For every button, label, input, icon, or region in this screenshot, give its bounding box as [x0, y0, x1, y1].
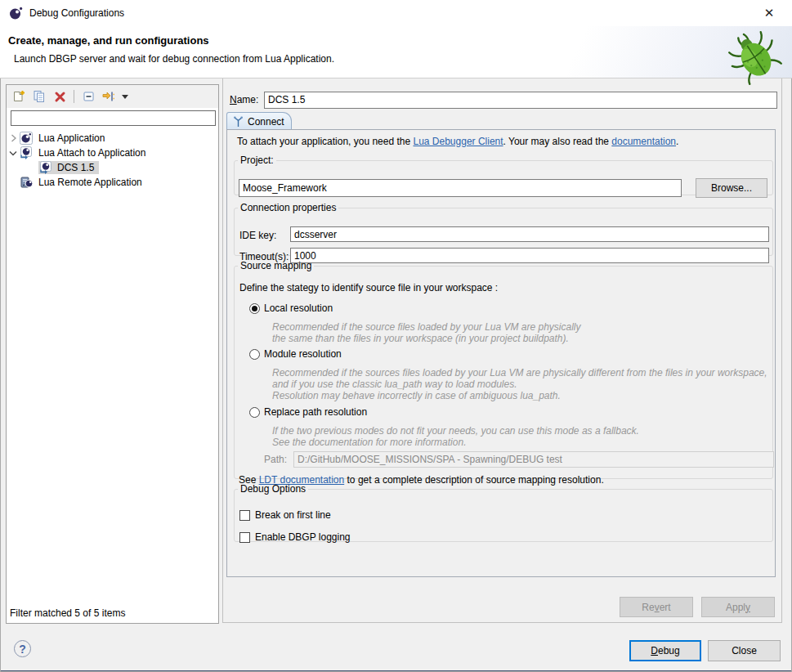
chevron-down-icon[interactable]	[7, 150, 20, 156]
filter-status-text: Filter matched 5 of 5 items	[10, 607, 125, 619]
intro-mid: . Your may also read the	[503, 136, 612, 147]
tree-item-dcs-1-5[interactable]: DCS 1.5	[7, 160, 218, 175]
configurations-toolbar	[7, 85, 218, 108]
intro-text: To attach your application, you need the…	[237, 136, 678, 147]
lua-application-icon	[20, 132, 34, 145]
page-title: Create, manage, and run configurations	[8, 34, 209, 47]
intro-post: .	[676, 136, 678, 147]
radio-replace-path-resolution[interactable]: Replace path resolution	[249, 406, 367, 418]
toolbar-separator	[74, 90, 74, 103]
debug-configurations-dialog: { "window": { "title": "Debug Configurat…	[0, 0, 792, 672]
chevron-right-icon[interactable]	[7, 134, 20, 142]
module-resolution-description: Recommended if the sources files loaded …	[272, 367, 767, 401]
path-input	[293, 451, 774, 468]
browse-button[interactable]: Browse...	[696, 178, 767, 198]
green-bug-icon	[723, 21, 787, 87]
replace-path-resolution-radio[interactable]	[249, 407, 260, 418]
new-configuration-icon[interactable]	[11, 89, 26, 104]
debug-options-label: Debug Options	[238, 483, 308, 495]
name-input[interactable]	[264, 92, 777, 109]
project-input[interactable]	[239, 179, 682, 197]
apply-button[interactable]: Apply	[701, 597, 775, 617]
filter-input[interactable]	[11, 110, 216, 126]
dropdown-caret-icon[interactable]	[122, 89, 130, 104]
documentation-link[interactable]: documentation	[611, 136, 676, 147]
connection-properties-group: Connection properties IDE key: Timeout(s…	[234, 202, 773, 256]
debug-button[interactable]: Debug	[629, 640, 701, 661]
window-title: Debug Configurations	[29, 7, 124, 19]
intro-pre: To attach your application, you need the	[237, 136, 413, 147]
radio-module-resolution[interactable]: Module resolution	[249, 348, 342, 360]
tab-connect-label[interactable]: Connect	[248, 116, 284, 128]
tab-connect[interactable]: Connect	[226, 112, 292, 130]
project-group: Project: Browse...	[234, 155, 773, 195]
tree-item-lua-attach-to-application[interactable]: Lua Attach to Application	[7, 146, 218, 160]
header-banner: Create, manage, and run configurations L…	[0, 26, 792, 78]
lua-debugger-client-link[interactable]: Lua Debugger Client	[413, 136, 503, 147]
tree-item-lua-remote-application[interactable]: Lua Remote Application	[7, 175, 218, 190]
enable-dbgp-logging-label[interactable]: Enable DBGP logging	[255, 531, 351, 543]
local-resolution-description: Recommended if the source files loaded b…	[272, 321, 581, 344]
tree-item-label[interactable]: Lua Application	[38, 132, 108, 145]
duplicate-configuration-icon[interactable]	[32, 89, 47, 104]
dialog-button-bar: ? Debug Close	[0, 623, 792, 670]
debug-options-group: Debug Options Break on first line Enable…	[234, 483, 773, 542]
local-resolution-label[interactable]: Local resolution	[264, 302, 333, 314]
name-label: Name:	[230, 94, 264, 105]
module-resolution-label[interactable]: Module resolution	[264, 348, 342, 360]
path-row: Path:	[264, 451, 774, 468]
title-bar: Debug Configurations ✕	[0, 0, 792, 26]
tree-item-label[interactable]: Lua Remote Application	[38, 176, 145, 189]
configuration-detail-panel: Name: Connect To attach your application…	[222, 78, 782, 623]
path-label: Path:	[264, 454, 287, 465]
enable-dbgp-logging-checkbox[interactable]	[239, 532, 250, 543]
connection-properties-label: Connection properties	[238, 202, 338, 213]
source-mapping-label: Source mapping	[238, 260, 314, 271]
break-on-first-line-checkbox[interactable]	[239, 510, 250, 521]
configurations-tree: Lua Application Lua Attach to Applicatio…	[7, 131, 218, 190]
break-on-first-line-label[interactable]: Break on first line	[255, 509, 331, 521]
strategy-intro-text: Define the stategy to identify source fi…	[239, 282, 498, 293]
lua-attach-icon	[39, 161, 53, 174]
collapse-all-icon[interactable]	[81, 89, 96, 104]
connect-tab-content: To attach your application, you need the…	[226, 129, 776, 577]
connect-icon	[233, 116, 244, 128]
lua-attach-icon	[20, 146, 34, 159]
close-button[interactable]: Close	[708, 640, 781, 661]
break-on-first-line-row[interactable]: Break on first line	[239, 509, 331, 521]
tree-item-label[interactable]: Lua Attach to Application	[38, 146, 149, 159]
source-mapping-group: Source mapping Define the stategy to ide…	[234, 260, 773, 479]
ide-key-input[interactable]	[290, 226, 769, 242]
help-icon[interactable]: ?	[14, 640, 31, 657]
filter-configurations-icon[interactable]	[101, 89, 116, 104]
revert-button[interactable]: Revert	[620, 597, 693, 617]
replace-path-description: If the two previous modes do not fit you…	[272, 425, 639, 448]
delete-configuration-icon[interactable]	[52, 89, 67, 104]
replace-path-resolution-label[interactable]: Replace path resolution	[264, 406, 367, 418]
configurations-panel: Lua Application Lua Attach to Applicatio…	[6, 84, 219, 624]
ide-key-label: IDE key:	[239, 230, 276, 241]
project-group-label: Project:	[238, 155, 276, 166]
enable-dbgp-logging-row[interactable]: Enable DBGP logging	[239, 531, 351, 543]
tree-item-lua-application[interactable]: Lua Application	[7, 131, 218, 146]
local-resolution-radio[interactable]	[249, 303, 260, 314]
lua-app-window-icon	[9, 7, 23, 20]
radio-local-resolution[interactable]: Local resolution	[249, 302, 333, 314]
lua-remote-icon	[20, 176, 34, 189]
page-subtitle: Launch DBGP server and wait for debug co…	[14, 53, 334, 65]
module-resolution-radio[interactable]	[249, 349, 260, 360]
tree-item-label[interactable]: DCS 1.5	[56, 161, 97, 174]
